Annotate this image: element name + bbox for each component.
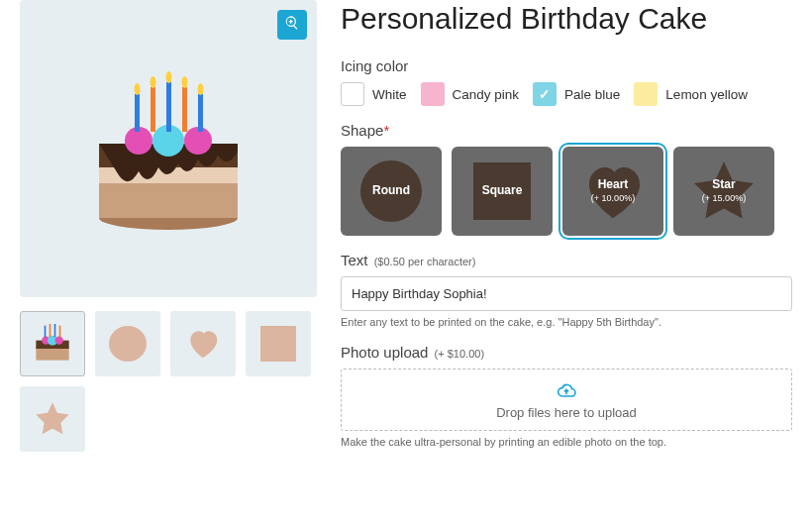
swatch-label: White [372, 87, 407, 102]
svg-point-15 [182, 76, 188, 88]
svg-rect-11 [198, 94, 203, 132]
swatch-box [341, 82, 364, 106]
svg-rect-24 [54, 324, 56, 337]
swatch-box [634, 82, 658, 106]
shape-label: Round [372, 183, 410, 199]
shape-option-square[interactable]: Square [452, 147, 553, 236]
svg-point-21 [55, 337, 63, 345]
svg-rect-25 [59, 326, 61, 338]
svg-rect-1 [99, 178, 238, 218]
shape-option-heart[interactable]: Heart(+ 10.00%) [562, 147, 663, 236]
svg-rect-23 [50, 324, 51, 337]
thumbnail-row [20, 311, 317, 452]
swatch-label: Candy pink [453, 87, 520, 102]
thumbnail-round[interactable] [95, 311, 160, 376]
upload-hint: Make the cake ultra-personal by printing… [341, 436, 792, 448]
svg-rect-8 [151, 87, 155, 132]
shape-label: Star(+ 15.00%) [702, 177, 746, 204]
icing-swatch-white[interactable]: White [341, 82, 407, 106]
text-price-hint: ($0.50 per character) [374, 256, 476, 267]
text-section: Text ($0.50 per character) Enter any tex… [341, 252, 792, 328]
shape-label: Square [482, 183, 523, 199]
icing-color-label: Icing color [341, 57, 792, 74]
svg-point-12 [135, 83, 141, 95]
svg-rect-22 [45, 326, 47, 338]
swatch-box [533, 82, 557, 106]
svg-rect-17 [36, 347, 68, 360]
shape-section: Shape* RoundSquareHeart(+ 10.00%)Star(+ … [341, 122, 792, 236]
product-gallery [20, 0, 317, 464]
icing-color-section: Icing color WhiteCandy pinkPale blueLemo… [341, 57, 792, 106]
cake-illustration [69, 50, 267, 248]
product-title: Personalized Birthday Cake [341, 2, 792, 36]
main-product-image [20, 0, 317, 297]
zoom-button[interactable] [277, 10, 307, 40]
upload-label: Photo upload (+ $10.00) [341, 344, 792, 361]
svg-rect-9 [166, 82, 171, 132]
shape-option-star[interactable]: Star(+ 15.00%) [673, 147, 774, 236]
icing-swatch-candy-pink[interactable]: Candy pink [421, 82, 520, 106]
thumbnail-heart[interactable] [170, 311, 236, 376]
thumbnail-cake[interactable] [20, 311, 85, 376]
file-dropzone[interactable]: Drop files here to upload [341, 368, 792, 431]
upload-price-hint: (+ $10.00) [435, 348, 484, 360]
shape-required: * [383, 122, 389, 139]
swatch-label: Lemon yellow [665, 87, 748, 102]
text-hint: Enter any text to be printed on the cake… [341, 316, 792, 328]
svg-point-14 [166, 71, 172, 83]
shape-label: Shape* [341, 122, 792, 139]
magnifier-plus-icon [284, 15, 300, 35]
icing-swatch-lemon-yellow[interactable]: Lemon yellow [634, 82, 748, 106]
cake-text-input[interactable] [341, 276, 792, 311]
swatch-label: Pale blue [564, 87, 620, 102]
cloud-upload-icon [342, 381, 791, 401]
dropzone-text: Drop files here to upload [496, 405, 637, 420]
upload-section: Photo upload (+ $10.00) Drop files here … [341, 344, 792, 448]
text-label: Text ($0.50 per character) [341, 252, 792, 268]
svg-point-16 [198, 83, 204, 95]
icing-swatch-pale-blue[interactable]: Pale blue [533, 82, 620, 106]
swatch-box [421, 82, 445, 106]
shape-option-round[interactable]: Round [341, 147, 442, 236]
svg-rect-7 [135, 94, 140, 132]
thumbnail-square[interactable] [246, 311, 311, 376]
thumbnail-star[interactable] [20, 386, 85, 452]
svg-point-13 [151, 76, 156, 88]
svg-rect-10 [182, 87, 187, 132]
shape-label: Heart(+ 10.00%) [591, 177, 635, 204]
